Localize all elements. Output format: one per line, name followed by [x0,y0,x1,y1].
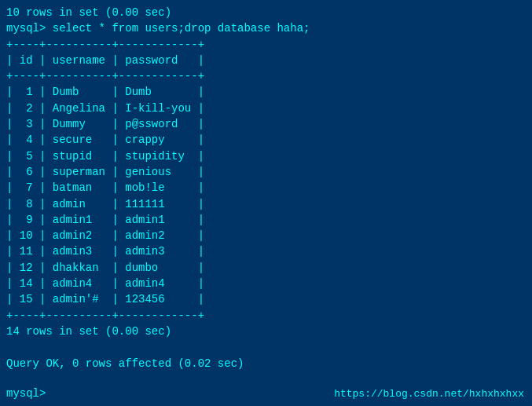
divider-top: +----+----------+------------+ [6,37,526,53]
table-row: | 5 | stupid | stupidity | [6,148,526,164]
query-result: Query OK, 0 rows affected (0.02 sec) [6,356,526,371]
table-rows: | 1 | Dumb | Dumb || 2 | Angelina | I-ki… [6,84,526,307]
command-line: mysql> select * from users;drop database… [6,20,526,36]
empty-line-2 [6,371,526,387]
table-row: | 3 | Dummy | p@ssword | [6,116,526,132]
header-row: | id | username | password | [6,53,526,68]
table-row: | 8 | admin | 111111 | [6,196,526,212]
table-row: | 7 | batman | mob!le | [6,180,526,196]
table-row: | 12 | dhakkan | dumbo | [6,260,526,276]
table-row: | 11 | admin3 | admin3 | [6,243,526,259]
table-row: | 14 | admin4 | admin4 | [6,276,526,291]
footer-url: https://blog.csdn.net/hxhxhxhxx [334,388,524,400]
terminal-window: 10 rows in set (0.00 sec) mysql> select … [0,0,532,406]
table-row: | 2 | Angelina | I-kill-you | [6,101,526,116]
table-row: | 4 | secure | crappy | [6,132,526,148]
rows-result: 14 rows in set (0.00 sec) [6,324,526,339]
table-row: | 15 | admin'# | 123456 | [6,291,526,307]
final-prompt[interactable]: mysql> [6,387,46,400]
table-row: | 10 | admin2 | admin2 | [6,228,526,243]
empty-line-1 [6,339,526,355]
divider-mid: +----+----------+------------+ [6,68,526,84]
table-row: | 6 | superman | genious | [6,164,526,180]
intro-line: 10 rows in set (0.00 sec) [6,5,526,20]
table-row: | 9 | admin1 | admin1 | [6,212,526,228]
table-row: | 1 | Dumb | Dumb | [6,84,526,100]
divider-bot: +----+----------+------------+ [6,308,526,324]
